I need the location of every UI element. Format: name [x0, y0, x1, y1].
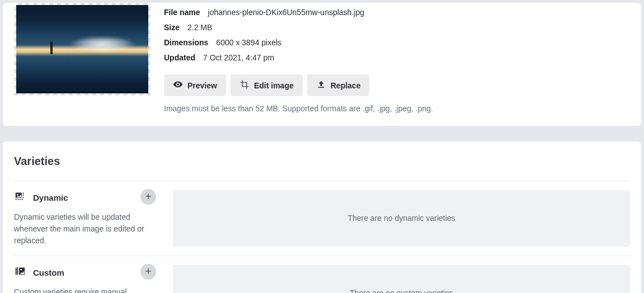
upload-icon — [316, 79, 326, 91]
image-thumbnail[interactable] — [14, 3, 151, 96]
varieties-panel: Varieties Dynamic Dynamic varieties will… — [3, 141, 641, 293]
custom-variety-title: Custom — [33, 267, 64, 280]
size-value: 2.2 MB — [187, 22, 212, 34]
varieties-title: Varieties — [14, 153, 630, 169]
dynamic-variety-empty: There are no dynamic varieties — [173, 190, 630, 247]
custom-variety-empty: There are no custom varieties — [173, 265, 630, 293]
file-actions: Preview Edit image Replace — [164, 74, 630, 96]
dynamic-icon — [14, 190, 26, 206]
preview-button-label: Preview — [187, 81, 217, 90]
dimensions-value: 6000 x 3894 pixels — [216, 37, 281, 49]
dynamic-variety-row: Dynamic Dynamic varieties will be update… — [14, 181, 630, 247]
file-metadata: File name johannes-plenio-DKix6Un55mw-un… — [164, 3, 630, 115]
replace-button-label: Replace — [331, 81, 361, 90]
custom-variety-row: Custom Custom varieties require manual u… — [14, 256, 630, 293]
crop-icon — [239, 79, 250, 91]
updated-value: 7 Oct 2021, 4:47 pm — [203, 52, 274, 64]
dynamic-variety-desc: Dynamic varieties will be updated whenev… — [14, 211, 156, 247]
file-summary: File name johannes-plenio-DKix6Un55mw-un… — [14, 3, 630, 115]
upload-hint: Images must be less than 52 MB. Supporte… — [164, 103, 630, 115]
replace-button[interactable]: Replace — [307, 74, 370, 96]
plus-icon — [144, 192, 153, 202]
edit-image-button-label: Edit image — [254, 81, 294, 90]
filename-label: File name — [164, 7, 200, 18]
plus-icon — [144, 267, 153, 277]
size-label: Size — [164, 22, 180, 34]
dynamic-variety-title: Dynamic — [33, 192, 68, 205]
updated-label: Updated — [164, 52, 195, 64]
svg-point-1 — [21, 269, 22, 271]
svg-point-0 — [17, 194, 18, 196]
dimensions-label: Dimensions — [164, 37, 208, 49]
add-dynamic-variety-button[interactable] — [140, 189, 156, 205]
filename-value: johannes-plenio-DKix6Un55mw-unsplash.jpg — [208, 7, 364, 18]
preview-button[interactable]: Preview — [164, 74, 226, 96]
add-custom-variety-button[interactable] — [140, 264, 156, 280]
custom-variety-desc: Custom varieties require manual updates … — [14, 286, 156, 293]
eye-icon — [173, 79, 183, 91]
edit-image-button[interactable]: Edit image — [231, 74, 303, 96]
custom-icon — [14, 265, 26, 281]
